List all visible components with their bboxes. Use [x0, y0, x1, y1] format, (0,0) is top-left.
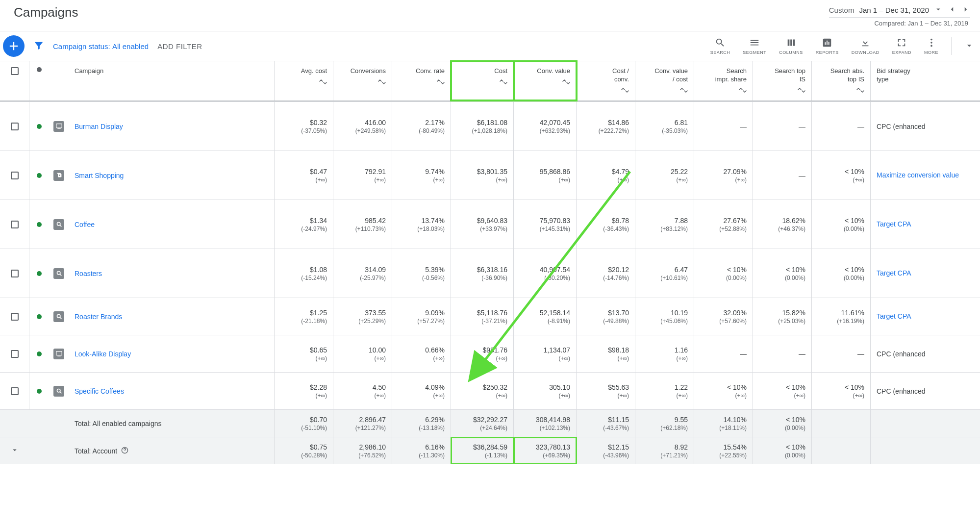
row-checkbox[interactable]	[11, 313, 19, 321]
sort-icon[interactable]	[437, 78, 445, 86]
toolbar-columns[interactable]: COLUMNS	[779, 37, 803, 55]
sort-icon[interactable]	[739, 87, 747, 94]
campaign-name-link[interactable]: Look-Alike Display	[75, 350, 268, 358]
col-conversions[interactable]: Conversions	[351, 67, 386, 75]
campaign-type-search-icon	[53, 219, 64, 230]
col-conv-value-cost[interactable]: Conv. value / cost	[654, 67, 688, 84]
col-campaign[interactable]: Campaign	[75, 67, 268, 75]
cell-conv_rate: 9.74%(+∞)	[392, 151, 451, 200]
prev-period-icon[interactable]	[948, 5, 956, 15]
bid-strategy-link[interactable]: Target CPA	[877, 269, 974, 277]
col-search-abs-top-is[interactable]: Search abs. top IS	[830, 67, 864, 84]
sort-icon[interactable]	[680, 87, 688, 94]
col-cost-per-conv[interactable]: Cost / conv.	[612, 67, 629, 84]
row-checkbox[interactable]	[11, 270, 19, 277]
campaign-status-filter[interactable]: Campaign status: All enabled	[53, 42, 149, 50]
toolbar-reports[interactable]: REPORTS	[816, 37, 839, 55]
campaign-name-link[interactable]: Roasters	[75, 270, 268, 277]
dropdown-icon[interactable]	[934, 5, 943, 15]
svg-point-10	[57, 389, 60, 392]
bid-strategy-link[interactable]: Target CPA	[877, 220, 974, 228]
col-search-impr-share[interactable]: Search impr. share	[715, 67, 747, 84]
cell-conv_value: 40,907.54(-30.20%)	[514, 249, 577, 298]
toolbar-more[interactable]: MORE	[924, 37, 938, 55]
col-avg-cost[interactable]: Avg. cost	[301, 67, 327, 75]
total-cell-avg_cost: $0.70(-51.10%)	[275, 410, 333, 437]
cell-search_impr_share: 27.67%(+52.88%)	[694, 200, 753, 249]
cell-search_abs_top_is: 11.61%(+16.19%)	[812, 298, 871, 335]
date-range-picker[interactable]: Custom Jan 1 – Dec 31, 2020 Compared: Ja…	[829, 5, 970, 27]
campaign-name-link[interactable]: Burman Display	[75, 123, 268, 130]
compare-date-label: Compared: Jan 1 – Dec 31, 2019	[829, 17, 970, 27]
add-filter-button[interactable]: ADD FILTER	[157, 42, 202, 50]
total-cell-conv_value_cost: 8.92(+71.21%)	[635, 437, 694, 464]
sort-icon[interactable]	[319, 78, 327, 86]
cell-search_top_is: —	[753, 335, 812, 372]
campaign-name-link[interactable]: Roaster Brands	[75, 313, 268, 321]
cell-conv_value_cost: 7.88(+83.12%)	[635, 200, 694, 249]
sort-icon[interactable]	[856, 87, 864, 94]
cell-cost_per_conv: $13.70(-49.88%)	[577, 298, 635, 335]
toolbar-download[interactable]: DOWNLOAD	[852, 37, 879, 55]
cell-search_impr_share: 32.09%(+57.60%)	[694, 298, 753, 335]
cell-cost: $5,118.76(-37.21%)	[451, 298, 514, 335]
cell-search_impr_share: 27.09%(+∞)	[694, 151, 753, 200]
cell-search_abs_top_is: < 10%(0.00%)	[812, 200, 871, 249]
row-checkbox[interactable]	[11, 172, 19, 179]
campaign-name-link[interactable]: Specific Coffees	[75, 387, 268, 395]
expand-icon[interactable]	[10, 446, 19, 456]
cell-conv_rate: 0.66%(+∞)	[392, 335, 451, 372]
filter-icon[interactable]	[33, 40, 44, 52]
add-campaign-button[interactable]	[3, 35, 25, 57]
status-dot-enabled	[37, 271, 42, 276]
cell-cost_per_conv: $14.86(+222.72%)	[577, 102, 635, 151]
campaign-name-link[interactable]: Coffee	[75, 221, 268, 228]
cell-conv_rate: 5.39%(-0.56%)	[392, 249, 451, 298]
sort-icon[interactable]	[798, 87, 805, 94]
cell-avg_cost: $0.32(-37.05%)	[275, 102, 333, 151]
cell-search_top_is: —	[753, 102, 812, 151]
cell-search_abs_top_is: —	[812, 102, 871, 151]
row-checkbox[interactable]	[11, 123, 19, 130]
total-cell-conversions: 2,986.10(+76.52%)	[333, 437, 392, 464]
toolbar-segment[interactable]: SEGMENT	[743, 37, 766, 55]
toolbar-expand[interactable]: EXPAND	[892, 37, 911, 55]
cell-conv_rate: 13.74%(+18.03%)	[392, 200, 451, 249]
col-conv-rate[interactable]: Conv. rate	[416, 67, 445, 75]
select-all-checkbox[interactable]	[11, 67, 19, 75]
sort-icon[interactable]	[621, 87, 629, 94]
cell-bid-strategy: Target CPA	[871, 298, 980, 335]
cell-bid-strategy: Maximize conversion value	[871, 151, 980, 200]
svg-point-7	[57, 271, 60, 275]
sort-icon[interactable]	[562, 78, 570, 86]
total-cell-conv_value_cost: 9.55(+62.18%)	[635, 410, 694, 437]
sort-icon[interactable]	[500, 78, 507, 86]
toolbar-expand-icon[interactable]	[964, 41, 974, 52]
row-checkbox[interactable]	[11, 350, 19, 358]
cell-conversions: 314.09(-25.97%)	[333, 249, 392, 298]
col-cost[interactable]: Cost	[494, 67, 507, 75]
cell-avg_cost: $1.34(-24.97%)	[275, 200, 333, 249]
page-title: Campaigns	[14, 5, 78, 20]
total-cell-conv_rate: 6.16%(-11.30%)	[392, 437, 451, 464]
bid-strategy-link[interactable]: Target CPA	[877, 312, 974, 321]
row-checkbox[interactable]	[11, 221, 19, 228]
cell-conv_value_cost: 6.47(+10.61%)	[635, 249, 694, 298]
toolbar-search[interactable]: SEARCH	[710, 37, 730, 55]
col-search-top-is[interactable]: Search top IS	[775, 67, 805, 84]
col-cost-highlighted: Cost	[451, 61, 514, 100]
cell-bid-strategy: CPC (enhanced	[871, 373, 980, 409]
cell-cost_per_conv: $98.18(+∞)	[577, 335, 635, 372]
total-cell-conv_rate: 6.29%(-13.18%)	[392, 410, 451, 437]
total-cell-cost_per_conv: $12.15(-43.96%)	[577, 437, 635, 464]
col-bid-strategy[interactable]: Bid strategy type	[877, 67, 974, 84]
next-period-icon[interactable]	[961, 5, 970, 15]
campaign-type-shopping-icon	[53, 170, 64, 181]
sort-icon[interactable]	[378, 78, 386, 86]
col-conv-value[interactable]: Conv. value	[537, 67, 570, 75]
bid-strategy-link[interactable]: Maximize conversion value	[877, 171, 974, 179]
table-row: Look-Alike Display$0.65(+∞)10.00(+∞)0.66…	[0, 335, 980, 372]
row-checkbox[interactable]	[11, 387, 19, 395]
help-icon[interactable]	[121, 447, 128, 455]
campaign-name-link[interactable]: Smart Shopping	[75, 172, 268, 179]
